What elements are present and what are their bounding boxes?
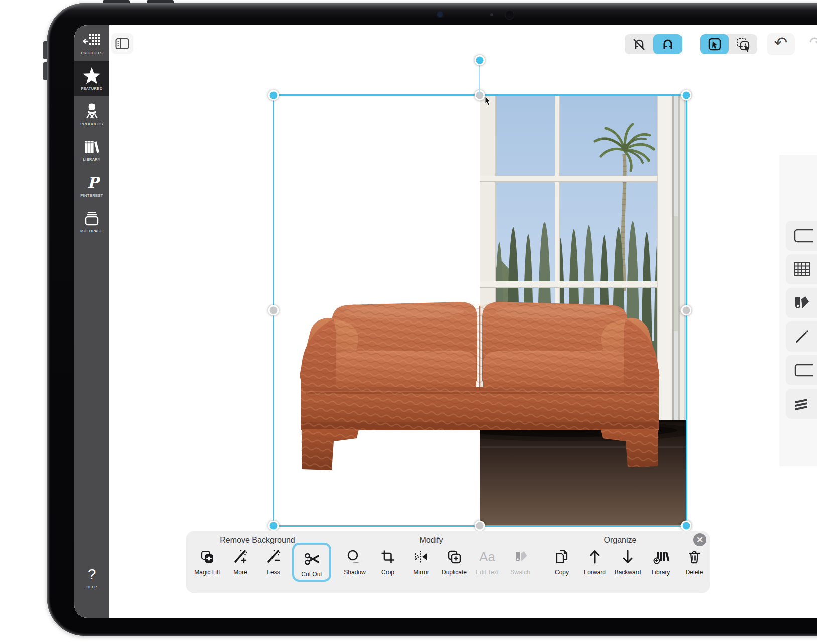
projects-grid-icon	[83, 31, 100, 50]
library-books-icon	[83, 137, 101, 156]
delete-button[interactable]: Delete	[677, 546, 711, 576]
sidebar-item-label: PRODUCTS	[80, 122, 103, 126]
magnet-on-icon	[660, 37, 675, 52]
button-label: Magic Lift	[194, 569, 220, 576]
cut-out-selected-ring: Cut Out	[292, 543, 331, 582]
layers-icon	[793, 395, 811, 412]
button-label: Forward	[584, 569, 606, 576]
swatch-icon	[512, 546, 528, 568]
arrow-up-icon	[587, 546, 602, 568]
section-label-remove-background: Remove Background	[220, 536, 295, 545]
rotation-handle-line	[479, 60, 480, 95]
resize-handle-top-right[interactable]	[681, 90, 692, 101]
swatch-fan-icon	[793, 294, 811, 311]
resize-handle-top-left[interactable]	[268, 90, 279, 101]
library-button[interactable]: Library	[644, 546, 677, 576]
sidebar-item-label: PROJECTS	[81, 51, 102, 55]
wand-plus-icon	[232, 546, 248, 568]
grid-icon	[793, 261, 811, 278]
multi-select-tool-button[interactable]	[729, 34, 757, 54]
close-icon: ✕	[696, 535, 703, 545]
select-cursor-icon	[707, 37, 722, 52]
sidebar-toggle-button[interactable]	[111, 33, 133, 54]
button-label: Backward	[615, 569, 641, 576]
sidebar-item-products[interactable]: PRODUCTS	[74, 96, 109, 132]
scissors-icon	[303, 548, 320, 570]
selected-image-frame[interactable]	[274, 95, 686, 526]
shadow-button[interactable]: Shadow	[338, 546, 371, 576]
section-label-modify: Modify	[419, 536, 443, 545]
button-label: Library	[652, 569, 670, 576]
button-label: Crop	[381, 569, 394, 576]
duplicate-icon	[446, 546, 462, 568]
forward-button[interactable]: Forward	[578, 546, 611, 576]
duplicate-button[interactable]: Duplicate	[438, 546, 471, 576]
mirror-icon	[413, 546, 429, 568]
sidebar-item-label: HELP	[86, 585, 97, 589]
layers-tool-button[interactable]	[786, 389, 817, 419]
photo-tool-button[interactable]	[786, 221, 817, 251]
sidebar-item-library[interactable]: LIBRARY	[74, 132, 109, 168]
crop-icon	[380, 546, 396, 568]
button-label: Less	[267, 569, 280, 576]
arrow-down-icon	[620, 546, 635, 568]
undo-button[interactable]: ↶	[767, 33, 795, 55]
snap-segment-control	[625, 34, 682, 54]
screenshot-root: { "colors": { "accent_blue": "#62c4e9", …	[0, 0, 817, 644]
frame-tool-button[interactable]	[786, 355, 817, 385]
rotation-handle[interactable]	[475, 55, 485, 66]
magnet-on-button[interactable]	[653, 34, 682, 54]
copy-button[interactable]: Copy	[545, 546, 578, 576]
sidebar-item-pinterest[interactable]: P PINTEREST	[74, 168, 109, 203]
swatch-button[interactable]: Swatch	[504, 546, 537, 576]
resize-handle-bottom-right[interactable]	[681, 521, 692, 531]
pen-icon	[793, 328, 811, 345]
button-label: Cut Out	[301, 571, 322, 578]
resize-handle-top-center[interactable]	[475, 90, 485, 101]
resize-handle-mid-left[interactable]	[268, 305, 279, 316]
wand-minus-icon	[265, 546, 282, 568]
pinterest-icon: P	[83, 173, 100, 192]
close-toolbar-button[interactable]: ✕	[693, 533, 706, 546]
undo-icon: ↶	[774, 35, 788, 51]
cut-out-button[interactable]: Cut Out	[295, 548, 328, 578]
mouse-cursor-icon	[485, 97, 493, 107]
resize-handle-mid-right[interactable]	[681, 305, 692, 316]
swatch-tool-button[interactable]	[786, 288, 817, 318]
redo-button[interactable]: ↷	[801, 33, 817, 55]
featured-star-icon	[82, 66, 101, 85]
edit-text-button[interactable]: Aa Edit Text	[471, 546, 504, 576]
products-chair-icon	[83, 102, 100, 121]
pen-tool-button[interactable]	[786, 321, 817, 352]
more-button[interactable]: More	[224, 546, 257, 576]
shadow-icon	[346, 546, 363, 568]
section-label-organize: Organize	[604, 536, 637, 545]
grid-tool-button[interactable]	[786, 254, 817, 284]
sidebar-item-projects[interactable]: PROJECTS	[74, 25, 109, 61]
select-segment-control	[700, 34, 757, 54]
sidebar-item-help[interactable]: ? HELP	[74, 559, 109, 595]
frame-icon	[793, 362, 813, 379]
photo-frame-icon	[793, 227, 813, 244]
sidebar-item-multipage[interactable]: MULTIPAGE	[74, 203, 109, 239]
trash-icon	[687, 546, 702, 568]
resize-handle-bottom-left[interactable]	[268, 521, 279, 531]
selection-border	[273, 94, 687, 527]
backward-button[interactable]: Backward	[611, 546, 644, 576]
mirror-button[interactable]: Mirror	[404, 546, 438, 576]
board-canvas[interactable]	[74, 25, 817, 618]
button-label: Delete	[686, 569, 703, 576]
select-tool-button[interactable]	[700, 34, 729, 54]
magnet-off-button[interactable]	[625, 34, 653, 54]
less-button[interactable]: Less	[257, 546, 290, 576]
sidebar-item-label: FEATURED	[81, 86, 102, 91]
sidebar-item-label: PINTEREST	[80, 193, 103, 198]
right-tool-panel	[779, 155, 817, 466]
button-label: Edit Text	[476, 569, 499, 576]
sidebar-item-featured[interactable]: FEATURED	[74, 61, 109, 96]
resize-handle-bottom-center[interactable]	[475, 521, 485, 531]
multipage-icon	[83, 209, 100, 228]
magic-lift-button[interactable]: Magic Lift	[191, 546, 224, 576]
context-toolbar: Remove Background Modify Organize ✕ Magi…	[186, 531, 710, 593]
crop-button[interactable]: Crop	[371, 546, 404, 576]
